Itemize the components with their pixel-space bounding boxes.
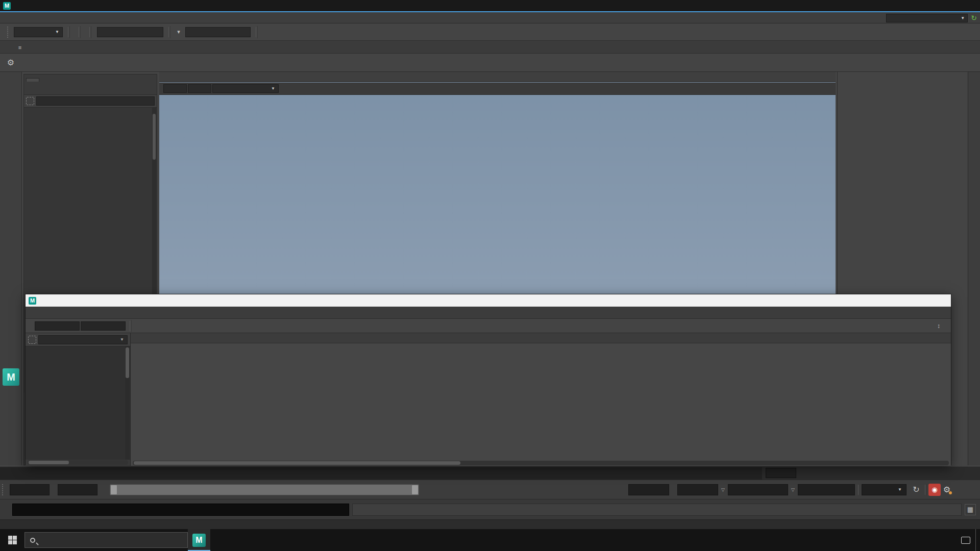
ge-filter-icon[interactable] — [28, 336, 36, 344]
status-line: ▼ ▾ — [0, 23, 980, 41]
start-button[interactable] — [0, 529, 24, 551]
shelf-gear-icon[interactable]: ⚙ — [4, 56, 17, 69]
title-bar[interactable]: M — [0, 0, 980, 11]
playback-start-field[interactable] — [58, 484, 97, 495]
animation-end-field[interactable] — [677, 484, 718, 495]
workspace-dropdown[interactable]: ▼ — [886, 14, 968, 22]
outliner-menu-bar — [24, 84, 157, 95]
graph-editor-maya-icon: M — [29, 297, 36, 305]
history-arrow-icon[interactable]: ▾ — [174, 27, 183, 38]
ge-search-input[interactable]: ▼ — [38, 335, 128, 344]
gamma-field[interactable] — [188, 84, 211, 93]
graph-editor-plot-area[interactable] — [131, 333, 951, 466]
graph-editor-time-ruler[interactable] — [131, 333, 951, 343]
graph-editor-menu-bar — [26, 307, 951, 319]
system-tray — [936, 529, 978, 551]
maya-taskbar-icon[interactable]: M — [188, 529, 210, 551]
stats-field-2[interactable] — [81, 321, 126, 331]
anim-layer-arrow-icon[interactable]: ▽ — [791, 487, 795, 492]
graph-editor-title-bar[interactable]: M — [26, 294, 951, 307]
character-set-arrow-icon[interactable]: ▽ — [721, 487, 725, 492]
channel-box-menu-bar — [838, 85, 968, 95]
workspace-selector: ▼ ↻ — [883, 12, 977, 23]
animation-start-field[interactable] — [10, 484, 50, 495]
ge-tree-hscrollbar[interactable] — [28, 460, 128, 465]
shape-node-name — [838, 105, 968, 106]
shelf-menu-icon[interactable]: ≡ — [15, 42, 24, 53]
playback-loop-icon[interactable]: ↻ — [911, 484, 922, 495]
auto-keyframe-toggle[interactable]: ◉ — [928, 484, 941, 496]
character-set-field[interactable] — [728, 484, 788, 495]
range-end-handle[interactable] — [411, 485, 419, 495]
maya-application-window: M ▼ ↻ ▼ ▾ ≡ — [0, 0, 980, 551]
main-menu-bar: ▼ ↻ — [0, 12, 980, 23]
maya-app-icon: M — [3, 2, 11, 10]
shelf-icon-row: ⚙ — [0, 54, 980, 72]
right-sidebar-tabs — [968, 72, 980, 465]
range-grip[interactable] — [2, 484, 5, 495]
notification-center-icon[interactable] — [961, 537, 970, 544]
close-button[interactable] — [958, 0, 980, 11]
outliner-title[interactable] — [26, 78, 39, 82]
range-slider-bar: ▽ ▽ ▼ ↻ ◉ ⚙ — [0, 480, 980, 499]
maya-logo-icon[interactable]: M — [3, 368, 19, 386]
shelf-tab-bar: ≡ — [0, 41, 980, 54]
graph-editor-hscrollbar[interactable] — [133, 461, 949, 465]
color-space-dropdown[interactable]: ▼ — [212, 84, 279, 93]
show-desktop-button[interactable] — [975, 529, 978, 551]
script-editor-icon[interactable]: ▦ — [965, 504, 976, 515]
exposure-field[interactable] — [163, 84, 187, 93]
graph-editor-channel-tree: ▼ — [26, 333, 131, 466]
outliner-filter-icon[interactable] — [26, 97, 34, 105]
mel-input-field[interactable] — [12, 504, 349, 516]
current-time-field[interactable] — [766, 468, 796, 478]
playback-end-field[interactable] — [628, 484, 669, 495]
graph-editor-close-button[interactable] — [930, 294, 951, 307]
workspace-reset-icon[interactable]: ↻ — [971, 14, 977, 22]
stats-field-1[interactable] — [35, 321, 80, 331]
command-line: ▦ — [0, 499, 980, 519]
ge-scroll-updown-icon[interactable]: ↕ — [934, 321, 944, 331]
search-icon — [30, 538, 35, 543]
graph-editor-toolbar: ↕ — [26, 319, 951, 333]
animation-preferences-button[interactable]: ⚙ — [941, 484, 953, 496]
shapes-header — [838, 101, 968, 105]
range-start-handle[interactable] — [110, 485, 117, 495]
tool-box — [0, 72, 22, 465]
ge-tree-scrollbar[interactable] — [125, 346, 130, 460]
symmetry-field[interactable] — [185, 27, 251, 37]
help-line — [0, 519, 980, 529]
menu-set-dropdown[interactable]: ▼ — [14, 27, 63, 37]
viewport-menu-bar — [159, 72, 836, 82]
windows-taskbar: M — [0, 529, 980, 551]
graph-editor-minimize-button[interactable] — [890, 294, 910, 307]
graph-editor-window[interactable]: M ↕ ▼ — [25, 294, 951, 465]
time-slider[interactable] — [0, 466, 980, 480]
maximize-button[interactable] — [935, 0, 958, 11]
live-surface-field[interactable] — [97, 27, 163, 37]
status-grip[interactable] — [7, 27, 10, 38]
taskbar-search-box[interactable] — [24, 532, 188, 548]
anim-layer-field[interactable] — [798, 484, 855, 495]
channel-box-object-name — [838, 95, 968, 101]
mel-result-field — [352, 504, 962, 516]
graph-editor-maximize-button[interactable] — [910, 294, 930, 307]
viewport-toolbar: ▼ — [159, 83, 836, 95]
outliner-search-input[interactable] — [36, 96, 155, 106]
minimize-button[interactable] — [913, 0, 935, 11]
playback-range-slider[interactable] — [110, 484, 419, 495]
fps-dropdown[interactable]: ▼ — [862, 484, 906, 495]
